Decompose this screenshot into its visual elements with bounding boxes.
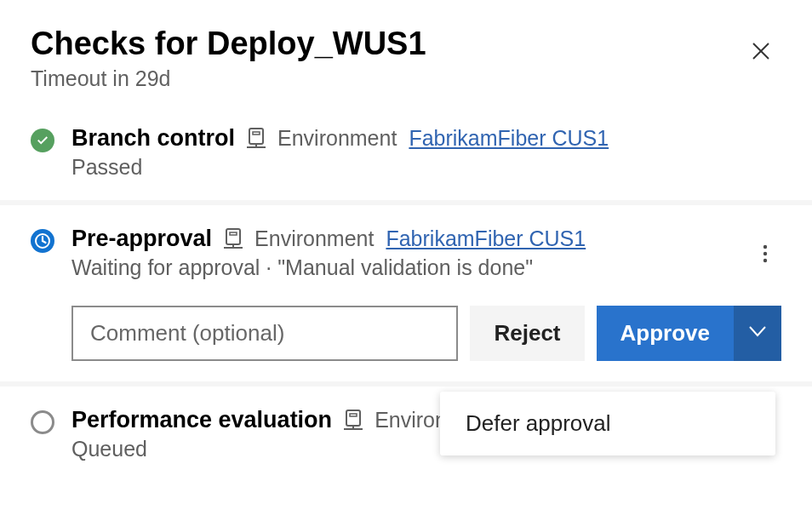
approve-dropdown-toggle[interactable]	[734, 306, 781, 361]
svg-point-11	[763, 244, 767, 248]
approval-action-row: Reject Approve	[71, 306, 781, 361]
checks-panel: Checks for Deploy_WUS1 Timeout in 29d Br…	[0, 0, 812, 527]
svg-rect-15	[350, 414, 357, 416]
check-status: Waiting for approval · "Manual validatio…	[71, 255, 781, 280]
check-head: Pre-approval Environment FabrikamFiber C…	[71, 226, 781, 252]
check-body: Branch control Environment FabrikamFiber…	[71, 125, 781, 180]
environment-icon	[344, 409, 363, 431]
svg-rect-14	[346, 410, 360, 426]
approve-dropdown-menu: Defer approval	[440, 392, 775, 455]
check-status: Passed	[71, 155, 781, 180]
panel-header: Checks for Deploy_WUS1 Timeout in 29d	[0, 0, 812, 105]
close-button[interactable]	[741, 34, 781, 72]
approve-split-button: Approve	[597, 306, 781, 361]
environment-link[interactable]: FabrikamFiber CUS1	[409, 126, 609, 151]
status-queued-icon	[31, 410, 54, 434]
svg-rect-3	[253, 132, 260, 135]
reject-button[interactable]: Reject	[470, 306, 584, 361]
more-actions-button[interactable]	[758, 239, 773, 272]
timeout-label: Timeout in 29d	[31, 66, 426, 91]
check-item-pre-approval: Pre-approval Environment FabrikamFiber C…	[0, 205, 812, 381]
close-icon	[751, 40, 771, 66]
svg-rect-7	[226, 229, 240, 244]
svg-point-12	[763, 251, 767, 255]
svg-point-13	[763, 258, 767, 261]
check-head: Branch control Environment FabrikamFiber…	[71, 125, 781, 152]
approve-button[interactable]: Approve	[597, 306, 734, 361]
svg-rect-2	[249, 129, 263, 144]
environment-icon	[247, 127, 266, 149]
check-item-branch-control: Branch control Environment FabrikamFiber…	[0, 105, 812, 200]
check-name: Branch control	[71, 125, 235, 152]
svg-rect-8	[230, 232, 237, 235]
chevron-down-icon	[748, 325, 767, 341]
check-body: Pre-approval Environment FabrikamFiber C…	[71, 226, 781, 361]
environment-label: Environment	[254, 226, 374, 251]
environment-icon	[224, 227, 243, 249]
check-name: Pre-approval	[71, 226, 212, 252]
status-waiting-icon	[31, 229, 54, 253]
comment-input[interactable]	[71, 306, 458, 361]
check-name: Performance evaluation	[71, 407, 332, 433]
status-passed-icon	[31, 129, 54, 152]
environment-label: Environment	[277, 126, 397, 151]
defer-approval-item[interactable]: Defer approval	[440, 392, 775, 455]
environment-link[interactable]: FabrikamFiber CUS1	[386, 226, 586, 251]
page-title: Checks for Deploy_WUS1	[31, 26, 426, 63]
more-vertical-icon	[763, 251, 768, 266]
header-left: Checks for Deploy_WUS1 Timeout in 29d	[31, 26, 426, 91]
